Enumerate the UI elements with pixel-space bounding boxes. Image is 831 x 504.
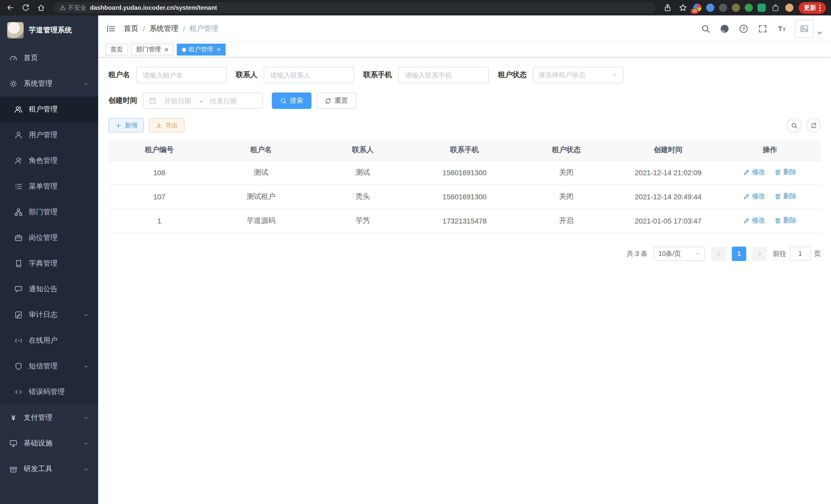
- sidebar-item-menu[interactable]: 菜单管理: [0, 174, 98, 199]
- topbar: 首页 / 系统管理 / 租户管理 ? TT: [98, 16, 831, 42]
- app-logo[interactable]: 芋道管理系统: [0, 16, 98, 45]
- status-select[interactable]: 请选择租户状态: [533, 67, 623, 83]
- sidebar-item-audit[interactable]: 审计日志: [0, 302, 98, 328]
- page-number-1[interactable]: 1: [732, 246, 746, 261]
- extension-green-square-icon[interactable]: [757, 4, 766, 12]
- page-size-select[interactable]: 10条/页: [654, 246, 705, 261]
- extension-green-circle-icon[interactable]: [745, 4, 753, 12]
- hamburger-icon: [106, 24, 116, 33]
- sidebar-item-notice[interactable]: 通知公告: [0, 276, 98, 302]
- chevron-left-icon: [715, 250, 721, 257]
- sidebar-item-pay[interactable]: ¥ 支付管理: [0, 405, 98, 431]
- help-icon[interactable]: ?: [738, 23, 749, 34]
- page-content: 租户名 联系人 联系手机 租户状态 请选择租户状态: [98, 58, 831, 504]
- sidebar-collapse-button[interactable]: [106, 24, 116, 33]
- sidebar: 芋道管理系统 首页 系统管理 租户管理 用户管理: [0, 16, 98, 504]
- tab-dept[interactable]: 部门管理 ×: [131, 44, 173, 56]
- caret-down-icon: [816, 30, 823, 36]
- date-range-picker[interactable]: -: [143, 92, 263, 109]
- next-page-button[interactable]: [752, 246, 767, 261]
- home-icon[interactable]: [36, 3, 46, 13]
- add-button[interactable]: 新增: [109, 118, 144, 132]
- reset-button[interactable]: 重置: [317, 92, 356, 109]
- tab-home[interactable]: 首页: [105, 44, 128, 56]
- extension-blue-icon[interactable]: [706, 4, 714, 12]
- url-text: dashboard.yudao.iocoder.cn/system/tenant: [90, 4, 217, 11]
- github-icon[interactable]: [719, 23, 730, 34]
- tenant-name-input[interactable]: [136, 67, 227, 83]
- edit-link[interactable]: 修改: [743, 192, 765, 201]
- book-icon: [15, 260, 23, 268]
- phone-input[interactable]: [398, 67, 489, 83]
- sidebar-item-tenant[interactable]: 租户管理: [0, 97, 98, 122]
- font-size-icon[interactable]: TT: [776, 23, 787, 34]
- extension-olive-icon[interactable]: [732, 4, 740, 12]
- trash-icon: [774, 217, 781, 224]
- user-avatar[interactable]: [795, 19, 823, 38]
- sidebar-item-dict[interactable]: 字典管理: [0, 251, 98, 276]
- cell-created: 2021-12-14 20:49:44: [617, 184, 719, 209]
- delete-link[interactable]: 删除: [774, 216, 797, 225]
- refresh-icon[interactable]: [21, 3, 31, 13]
- date-start-input[interactable]: [159, 97, 196, 105]
- update-button[interactable]: 更新: [799, 2, 826, 13]
- sidebar-item-user[interactable]: 用户管理: [0, 122, 98, 148]
- extension-colorful-icon[interactable]: 10: [693, 4, 701, 12]
- extension-badge: 10: [691, 9, 698, 14]
- chevron-down-icon: [83, 312, 89, 318]
- toggle-search-button[interactable]: [787, 118, 801, 132]
- delete-link[interactable]: 删除: [774, 192, 797, 201]
- goto-page: 前往 页: [773, 246, 821, 261]
- sidebar-item-role[interactable]: 角色管理: [0, 148, 98, 174]
- bookmark-star-icon[interactable]: [678, 3, 688, 13]
- sidebar-item-home[interactable]: 首页: [0, 45, 98, 71]
- toolbox-icon: [9, 465, 18, 473]
- breadcrumb-system[interactable]: 系统管理: [149, 24, 178, 33]
- search-button[interactable]: 搜索: [272, 92, 311, 109]
- contact-input[interactable]: [264, 67, 354, 83]
- security-chip[interactable]: 不安全: [60, 3, 86, 12]
- goto-page-input[interactable]: [790, 246, 810, 261]
- sidebar-item-sms[interactable]: 短信管理: [0, 353, 98, 379]
- pagination: 共 3 条 10条/页 1 前往 页: [109, 246, 821, 261]
- refresh-table-button[interactable]: [806, 118, 821, 132]
- total-count: 共 3 条: [627, 249, 648, 258]
- back-icon[interactable]: [5, 3, 16, 13]
- col-actions: 操作: [719, 140, 821, 160]
- address-bar[interactable]: 不安全 dashboard.yudao.iocoder.cn/system/te…: [53, 2, 655, 13]
- create-time-label: 创建时间: [109, 96, 137, 105]
- sidebar-item-errcode[interactable]: 错误码管理: [0, 379, 98, 405]
- prev-page-button[interactable]: [711, 246, 726, 261]
- sidebar-item-post[interactable]: 岗位管理: [0, 225, 98, 251]
- tab-tenant[interactable]: 租户管理 ×: [176, 44, 226, 56]
- breadcrumb-home[interactable]: 首页: [124, 24, 138, 33]
- cell-actions: 修改删除: [719, 160, 821, 184]
- extension-dark-icon[interactable]: [719, 4, 727, 12]
- filter-row-2: 创建时间 - 搜索: [109, 92, 821, 109]
- profile-avatar-icon[interactable]: [785, 4, 794, 12]
- date-end-input[interactable]: [205, 97, 242, 105]
- sidebar-item-infra[interactable]: 基础设施: [0, 431, 98, 456]
- sidebar-item-dev[interactable]: 研发工具: [0, 456, 98, 482]
- export-button[interactable]: 导出: [149, 118, 184, 132]
- cell-tenant-id: 107: [109, 184, 210, 209]
- edit-link[interactable]: 修改: [743, 216, 765, 225]
- chat-bubble-icon: [15, 285, 23, 293]
- dashboard-icon: [9, 54, 18, 62]
- download-icon: [156, 122, 163, 129]
- sidebar-item-dept[interactable]: 部门管理: [0, 199, 98, 225]
- edit-link[interactable]: 修改: [743, 168, 765, 177]
- sidebar-item-system[interactable]: 系统管理: [0, 71, 98, 97]
- sidebar-item-online[interactable]: 在线用户: [0, 328, 98, 353]
- close-tab-icon[interactable]: ×: [217, 46, 221, 53]
- fullscreen-icon[interactable]: [757, 23, 768, 34]
- puzzle-extensions-icon[interactable]: [770, 3, 781, 13]
- delete-link[interactable]: 删除: [774, 168, 797, 177]
- cell-contact: 芋艿: [312, 209, 414, 233]
- audit-log-icon: [15, 311, 23, 319]
- close-tab-icon[interactable]: ×: [165, 46, 168, 53]
- header-search-icon[interactable]: [700, 23, 711, 34]
- cell-tenant-name: 芋道源码: [210, 209, 312, 233]
- share-icon[interactable]: [662, 3, 673, 13]
- browser-menu-dots-icon[interactable]: [819, 4, 821, 11]
